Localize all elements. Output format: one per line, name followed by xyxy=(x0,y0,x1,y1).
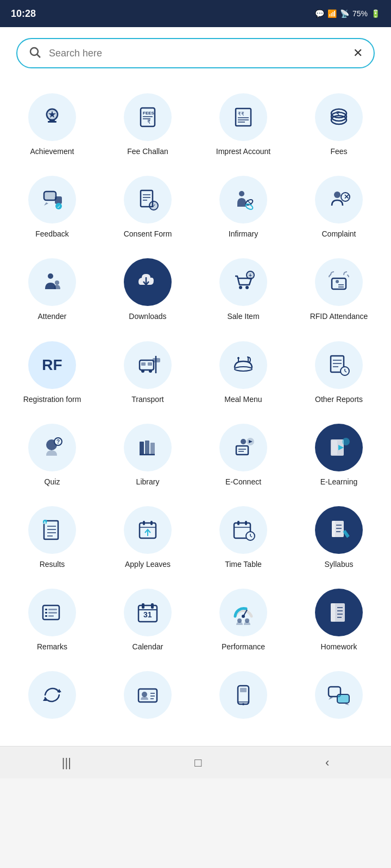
svg-rect-100 xyxy=(237,521,239,525)
remarks-icon-bg xyxy=(28,589,76,636)
attender-icon-bg xyxy=(28,258,76,306)
attender-label: Attender xyxy=(38,311,67,321)
grid-item-attender[interactable]: Attender xyxy=(5,250,99,327)
other-reports-icon-bg xyxy=(315,341,363,389)
svg-point-142 xyxy=(242,703,244,705)
achievement-icon xyxy=(40,105,65,130)
clear-search-button[interactable]: ✕ xyxy=(353,46,363,60)
grid-item-fees[interactable]: ₹ Fees xyxy=(292,85,386,162)
grid-item-library[interactable]: Library xyxy=(101,415,194,492)
id-card-icon xyxy=(135,682,160,707)
achievement-icon-bg xyxy=(28,93,76,141)
grid-item-calendar[interactable]: 31 Calendar xyxy=(101,580,194,657)
svg-rect-83 xyxy=(332,441,337,455)
grid-item-infirmary[interactable]: Infirmary xyxy=(197,167,290,244)
back-button[interactable]: ||| xyxy=(40,750,93,775)
grid-item-id-card[interactable] xyxy=(101,662,194,730)
infirmary-label: Infirmary xyxy=(229,229,258,239)
grid-item-achievement[interactable]: Achievement xyxy=(5,85,99,162)
grid-item-remarks[interactable]: Remarks xyxy=(5,580,99,657)
grid-item-other-reports[interactable]: Other Reports xyxy=(292,333,386,410)
svg-rect-117 xyxy=(48,615,54,617)
library-icon-bg xyxy=(124,424,172,471)
results-icon-bg: A+ xyxy=(28,506,76,554)
fees-icon-bg: ₹ xyxy=(315,93,363,141)
grid-item-performance[interactable]: Performance xyxy=(197,580,290,657)
search-bar: ✕ xyxy=(16,38,375,68)
svg-rect-135 xyxy=(138,689,157,702)
quiz-label: Quiz xyxy=(45,477,60,487)
grid-item-quiz[interactable]: ? Quiz xyxy=(5,415,99,492)
grid-item-syllabus[interactable]: Syllabus xyxy=(292,497,386,575)
imprest-account-label: Imprest Account xyxy=(216,146,270,156)
e-connect-label: E-Connect xyxy=(225,477,261,487)
time-table-icon-bg xyxy=(219,506,267,554)
time-table-label: Time Table xyxy=(225,559,262,569)
grid-item-transport[interactable]: Transport xyxy=(101,333,194,410)
svg-point-48 xyxy=(336,280,339,283)
search-input[interactable] xyxy=(49,48,345,59)
meal-menu-icon-bg xyxy=(219,341,267,389)
svg-rect-73 xyxy=(145,441,149,455)
grid-item-e-connect[interactable]: E-Connect xyxy=(197,415,290,492)
grid-item-homework[interactable]: Homework xyxy=(292,580,386,657)
fees-icon: ₹ xyxy=(326,105,351,130)
home-button[interactable]: □ xyxy=(173,750,223,775)
grid-item-imprest-account[interactable]: ₹₹ Imprest Account xyxy=(197,85,290,162)
grid-item-downloads[interactable]: Downloads xyxy=(101,250,194,327)
grid-item-time-table[interactable]: Time Table xyxy=(197,497,290,575)
complaint-label: Complaint xyxy=(321,229,356,239)
svg-rect-143 xyxy=(240,688,247,692)
svg-point-40 xyxy=(55,280,59,285)
grid-item-mobile[interactable] xyxy=(197,662,290,730)
infirmary-icon-bg xyxy=(219,176,267,224)
rfid-attendance-label: RFID Attendance xyxy=(310,311,368,321)
svg-rect-53 xyxy=(148,362,152,366)
svg-text:FEES: FEES xyxy=(143,111,155,116)
grid-item-fee-challan[interactable]: FEES ₹ Fee Challan xyxy=(101,85,194,162)
registration-form-icon-bg: RF xyxy=(28,341,76,389)
svg-text:✓: ✓ xyxy=(57,205,61,209)
svg-point-136 xyxy=(142,692,147,697)
grid-item-registration-form[interactable]: RF Registration form xyxy=(5,333,99,410)
search-icon xyxy=(28,46,41,61)
grid-item-meal-menu[interactable]: Meal Menu xyxy=(197,333,290,410)
grid-item-chat[interactable] xyxy=(292,662,386,730)
downloads-icon xyxy=(135,270,160,295)
app-grid: Achievement FEES ₹ Fee Challan ₹₹ Imp xyxy=(0,79,391,746)
svg-point-55 xyxy=(149,369,152,373)
grid-item-complaint[interactable]: ✕ Complaint xyxy=(292,167,386,244)
grid-item-e-learning[interactable]: E-Learning xyxy=(292,415,386,492)
grid-item-apply-leaves[interactable]: Apply Leaves xyxy=(101,497,194,575)
svg-text:+: + xyxy=(249,272,252,278)
grid-item-rfid-attendance[interactable]: RFID Attendance xyxy=(292,250,386,327)
svg-rect-112 xyxy=(45,609,47,610)
calendar-label: Calendar xyxy=(133,642,163,652)
mobile-icon-bg xyxy=(219,671,267,719)
mobile-icon xyxy=(231,682,256,707)
consent-form-icon: ✓ xyxy=(135,187,160,212)
calendar-icon-bg: 31 xyxy=(124,589,172,636)
quiz-icon: ? xyxy=(40,435,65,460)
quiz-icon-bg: ? xyxy=(28,424,76,471)
svg-rect-6 xyxy=(48,121,56,123)
svg-rect-121 xyxy=(151,603,154,609)
status-icons: 💬 📶 📡 75% 🔋 xyxy=(315,9,380,18)
registration-form-label: Registration form xyxy=(23,394,81,404)
grid-item-sale-item[interactable]: + Sale Item xyxy=(197,250,290,327)
registration-form-icon: RF xyxy=(42,356,62,374)
grid-item-results[interactable]: A+ Results xyxy=(5,497,99,575)
svg-rect-21 xyxy=(44,192,56,200)
grid-item-consent-form[interactable]: ✓ Consent Form xyxy=(101,167,194,244)
rfid-attendance-icon xyxy=(326,270,351,295)
time-table-icon xyxy=(231,518,256,542)
recent-button[interactable]: ‹ xyxy=(304,750,351,775)
downloads-label: Downloads xyxy=(129,311,166,321)
apply-leaves-icon xyxy=(135,518,160,542)
calendar-icon: 31 xyxy=(135,600,160,625)
svg-rect-113 xyxy=(48,609,57,610)
bottom-nav: ||| □ ‹ xyxy=(0,746,391,778)
grid-item-sync[interactable] xyxy=(5,662,99,730)
apply-leaves-label: Apply Leaves xyxy=(125,559,171,569)
grid-item-feedback[interactable]: ✓ Feedback xyxy=(5,167,99,244)
